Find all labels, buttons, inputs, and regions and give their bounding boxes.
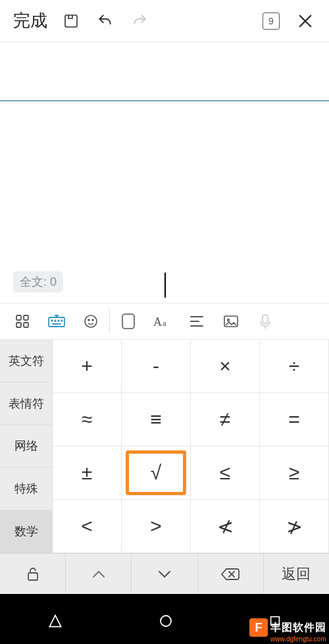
svg-point-20 bbox=[161, 616, 171, 626]
top-toolbar: 完成 9 bbox=[0, 0, 329, 42]
category-english[interactable]: 英文符 bbox=[0, 340, 53, 383]
svg-rect-3 bbox=[16, 323, 21, 327]
page-indicator[interactable]: 9 bbox=[255, 5, 287, 37]
text-cursor bbox=[164, 273, 166, 298]
key-notgt[interactable]: ≯ bbox=[260, 500, 329, 553]
svg-point-7 bbox=[55, 320, 56, 321]
content-separator bbox=[0, 100, 329, 101]
key-multiply[interactable]: × bbox=[191, 340, 260, 393]
emoji-icon[interactable] bbox=[74, 303, 108, 340]
svg-rect-13 bbox=[122, 314, 134, 329]
lock-icon[interactable] bbox=[0, 554, 66, 594]
svg-point-17 bbox=[228, 319, 230, 321]
key-plus[interactable]: + bbox=[53, 340, 122, 393]
format-toolbar: A a bbox=[0, 303, 329, 340]
keyboard-controls: 返回 bbox=[0, 553, 329, 594]
key-identical[interactable]: ≡ bbox=[122, 393, 191, 446]
key-lt[interactable]: < bbox=[53, 500, 122, 553]
undo-icon[interactable] bbox=[89, 5, 121, 37]
apps-icon[interactable] bbox=[5, 303, 39, 340]
svg-rect-2 bbox=[24, 315, 28, 320]
style-icon[interactable] bbox=[111, 303, 145, 340]
nav-back-icon[interactable] bbox=[47, 612, 64, 630]
svg-point-10 bbox=[85, 315, 97, 327]
svg-text:A: A bbox=[153, 315, 162, 329]
symbol-grid: + - × ÷ ≈ ≡ ≠ = ± √ ≤ ≥ < > ≮ ≯ bbox=[53, 340, 329, 553]
key-eq[interactable]: = bbox=[260, 393, 329, 446]
key-gt[interactable]: > bbox=[122, 500, 191, 553]
category-special[interactable]: 特殊 bbox=[0, 468, 53, 510]
key-minus[interactable]: - bbox=[122, 340, 191, 393]
key-leq[interactable]: ≤ bbox=[191, 446, 260, 500]
svg-rect-19 bbox=[28, 573, 38, 580]
watermark-url: www.dgfengtu.com bbox=[270, 635, 326, 643]
watermark-logo: F bbox=[249, 618, 268, 637]
svg-point-12 bbox=[92, 319, 93, 321]
document-content[interactable]: 全文: 0 bbox=[0, 42, 329, 303]
svg-rect-5 bbox=[49, 317, 64, 327]
svg-rect-0 bbox=[65, 15, 77, 27]
done-button[interactable]: 完成 bbox=[8, 9, 53, 32]
svg-point-8 bbox=[58, 320, 59, 321]
keyboard-icon[interactable] bbox=[39, 303, 74, 340]
font-icon[interactable]: A a bbox=[145, 303, 180, 340]
svg-point-11 bbox=[88, 319, 89, 321]
svg-rect-1 bbox=[16, 315, 21, 320]
android-navbar: F 丰图软件园 www.dgfengtu.com bbox=[0, 594, 329, 644]
redo-icon[interactable] bbox=[124, 5, 155, 37]
svg-point-9 bbox=[61, 320, 63, 321]
symbol-keyboard: 英文符 表情符 网络 特殊 数学 + - × ÷ ≈ ≡ ≠ = ± √ ≤ ≥… bbox=[0, 340, 329, 553]
image-icon[interactable] bbox=[214, 303, 248, 340]
key-plusminus[interactable]: ± bbox=[53, 446, 122, 500]
category-math[interactable]: 数学 bbox=[0, 510, 53, 553]
down-icon[interactable] bbox=[132, 554, 197, 594]
key-neq[interactable]: ≠ bbox=[191, 393, 260, 446]
symbol-category-list: 英文符 表情符 网络 特殊 数学 bbox=[0, 340, 53, 553]
page-number-label: 9 bbox=[268, 16, 274, 26]
key-divide[interactable]: ÷ bbox=[260, 340, 329, 393]
key-sqrt[interactable]: √ bbox=[122, 446, 191, 500]
svg-rect-18 bbox=[263, 315, 268, 323]
svg-text:a: a bbox=[163, 318, 166, 328]
close-icon[interactable] bbox=[290, 5, 321, 37]
svg-point-6 bbox=[51, 320, 53, 321]
backspace-icon[interactable] bbox=[198, 554, 264, 594]
align-icon[interactable] bbox=[180, 303, 214, 340]
key-approx[interactable]: ≈ bbox=[53, 393, 122, 446]
mic-icon[interactable] bbox=[248, 303, 282, 340]
watermark-brand: 丰图软件园 bbox=[270, 621, 326, 635]
key-notlt[interactable]: ≮ bbox=[191, 500, 260, 553]
fulltext-badge: 全文: 0 bbox=[13, 271, 63, 292]
nav-home-icon[interactable] bbox=[158, 613, 174, 629]
svg-rect-4 bbox=[24, 323, 28, 327]
back-button[interactable]: 返回 bbox=[264, 554, 329, 594]
category-emoji[interactable]: 表情符 bbox=[0, 383, 53, 425]
up-icon[interactable] bbox=[66, 554, 132, 594]
key-geq[interactable]: ≥ bbox=[260, 446, 329, 500]
save-icon[interactable] bbox=[55, 5, 87, 37]
category-network[interactable]: 网络 bbox=[0, 425, 53, 468]
watermark: F 丰图软件园 www.dgfengtu.com bbox=[249, 618, 326, 643]
